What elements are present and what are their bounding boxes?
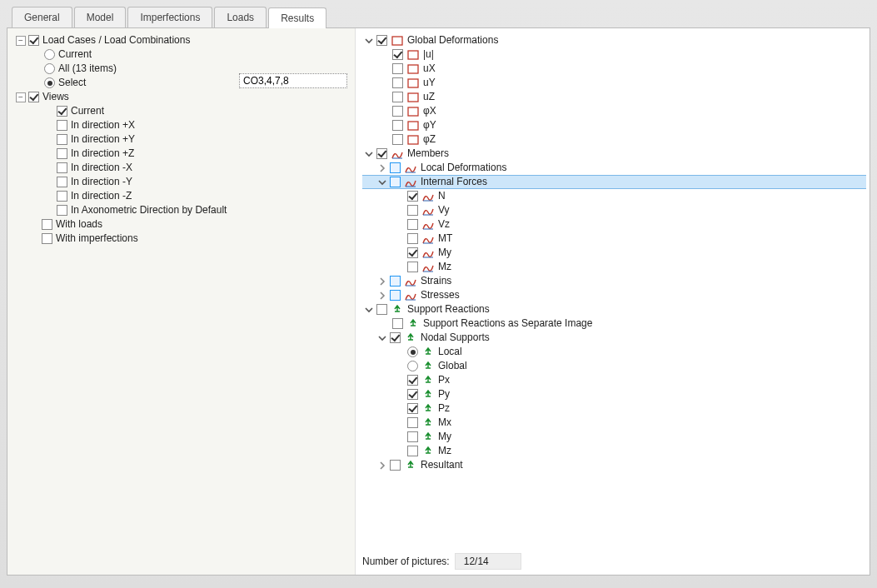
- diagram-icon: [421, 233, 435, 245]
- local-def-checkbox[interactable]: [390, 162, 401, 173]
- members-checkbox[interactable]: [376, 148, 387, 159]
- support-icon: [421, 403, 435, 415]
- support-icon: [421, 361, 435, 372]
- support-reactions-checkbox[interactable]: [376, 304, 387, 315]
- chevron-right-icon[interactable]: [377, 163, 387, 173]
- diagram-icon: [404, 162, 417, 174]
- support-icon: [421, 446, 435, 457]
- chevron-right-icon[interactable]: [377, 277, 387, 287]
- support-icon: [404, 460, 417, 471]
- svg-rect-4: [408, 93, 418, 102]
- views-checkbox[interactable]: [28, 92, 39, 102]
- diagram-icon: [421, 205, 435, 217]
- view-pz-checkbox[interactable]: [57, 148, 67, 159]
- collapse-icon[interactable]: −: [16, 36, 26, 46]
- svg-rect-1: [408, 51, 418, 59]
- view-px-checkbox[interactable]: [57, 120, 67, 131]
- support-icon: [421, 375, 435, 386]
- pz-checkbox[interactable]: [407, 403, 418, 414]
- tab-results[interactable]: Results: [268, 7, 326, 28]
- pictures-count: 12/14: [455, 553, 521, 570]
- diagram-icon: [404, 177, 417, 188]
- mx-checkbox[interactable]: [407, 417, 418, 428]
- tab-imperfections[interactable]: Imperfections: [127, 7, 212, 27]
- chevron-right-icon[interactable]: [377, 461, 387, 471]
- select-value-input[interactable]: [239, 73, 347, 88]
- chevron-down-icon[interactable]: [377, 333, 387, 343]
- chevron-down-icon[interactable]: [364, 36, 374, 46]
- svg-rect-2: [408, 65, 418, 73]
- deform-icon: [406, 63, 420, 75]
- vz-checkbox[interactable]: [407, 219, 418, 230]
- collapse-icon[interactable]: −: [16, 92, 26, 102]
- pictures-label: Number of pictures:: [362, 556, 450, 567]
- phix-checkbox[interactable]: [392, 106, 403, 117]
- deform-icon: [406, 106, 420, 117]
- deform-icon: [406, 120, 420, 132]
- nodal-supports-checkbox[interactable]: [390, 332, 401, 343]
- internal-forces-checkbox[interactable]: [390, 177, 401, 187]
- loadcases-checkbox[interactable]: [28, 35, 39, 46]
- nodal-global-radio[interactable]: [407, 361, 418, 371]
- deform-icon: [406, 92, 420, 103]
- view-py-checkbox[interactable]: [57, 134, 67, 145]
- phiz-checkbox[interactable]: [392, 134, 403, 145]
- support-icon: [404, 332, 417, 344]
- support-icon: [421, 431, 435, 443]
- u-checkbox[interactable]: [392, 49, 403, 60]
- tab-general[interactable]: General: [12, 7, 72, 27]
- px-checkbox[interactable]: [407, 375, 418, 386]
- mt-checkbox[interactable]: [407, 233, 418, 244]
- uy-checkbox[interactable]: [392, 77, 403, 88]
- diagram-icon: [421, 219, 435, 231]
- view-axo-checkbox[interactable]: [57, 205, 67, 216]
- resultant-checkbox[interactable]: [390, 460, 401, 471]
- tab-model[interactable]: Model: [74, 7, 127, 27]
- uz-checkbox[interactable]: [392, 92, 403, 102]
- tab-loads[interactable]: Loads: [214, 7, 267, 27]
- diagram-icon: [421, 191, 435, 202]
- left-tree: − Load Cases / Load Combinations Current…: [7, 28, 356, 575]
- deform-icon: [391, 35, 404, 47]
- support-icon: [421, 346, 435, 358]
- svg-rect-0: [392, 37, 402, 45]
- radio-current[interactable]: [44, 49, 55, 60]
- chevron-down-icon[interactable]: [364, 149, 374, 159]
- chevron-right-icon[interactable]: [377, 291, 387, 301]
- svg-rect-5: [408, 107, 418, 116]
- ux-checkbox[interactable]: [392, 63, 403, 74]
- with-loads-checkbox[interactable]: [42, 219, 52, 230]
- with-imperfections-checkbox[interactable]: [42, 233, 52, 244]
- view-ny-checkbox[interactable]: [57, 177, 67, 187]
- support-icon: [421, 389, 435, 401]
- view-nx-checkbox[interactable]: [57, 162, 67, 173]
- py-checkbox[interactable]: [407, 389, 418, 400]
- chevron-down-icon[interactable]: [377, 177, 387, 187]
- deform-icon: [406, 77, 420, 89]
- right-tree: Global Deformations |u| uX uY uZ φX φY φ…: [356, 28, 870, 575]
- view-nz-checkbox[interactable]: [57, 191, 67, 202]
- my-checkbox[interactable]: [407, 247, 418, 258]
- chevron-down-icon[interactable]: [364, 305, 374, 315]
- stresses-checkbox[interactable]: [390, 290, 401, 301]
- view-current-checkbox[interactable]: [57, 106, 67, 117]
- strains-checkbox[interactable]: [390, 276, 401, 287]
- vy-checkbox[interactable]: [407, 205, 418, 216]
- sep-image-checkbox[interactable]: [392, 318, 403, 329]
- svg-rect-7: [408, 136, 418, 144]
- diagram-icon: [404, 290, 417, 301]
- nodal-my-checkbox[interactable]: [407, 431, 418, 442]
- global-def-checkbox[interactable]: [376, 35, 387, 46]
- mz-checkbox[interactable]: [407, 262, 418, 272]
- phiy-checkbox[interactable]: [392, 120, 403, 131]
- nodal-local-radio[interactable]: [407, 346, 418, 357]
- selected-row: Internal Forces: [362, 175, 866, 189]
- radio-select[interactable]: [44, 77, 55, 88]
- diagram-icon: [404, 276, 417, 287]
- nodal-mz-checkbox[interactable]: [407, 446, 418, 456]
- support-icon: [391, 304, 404, 316]
- deform-icon: [406, 134, 420, 146]
- radio-all[interactable]: [44, 63, 55, 74]
- support-icon: [406, 318, 420, 330]
- n-checkbox[interactable]: [407, 191, 418, 202]
